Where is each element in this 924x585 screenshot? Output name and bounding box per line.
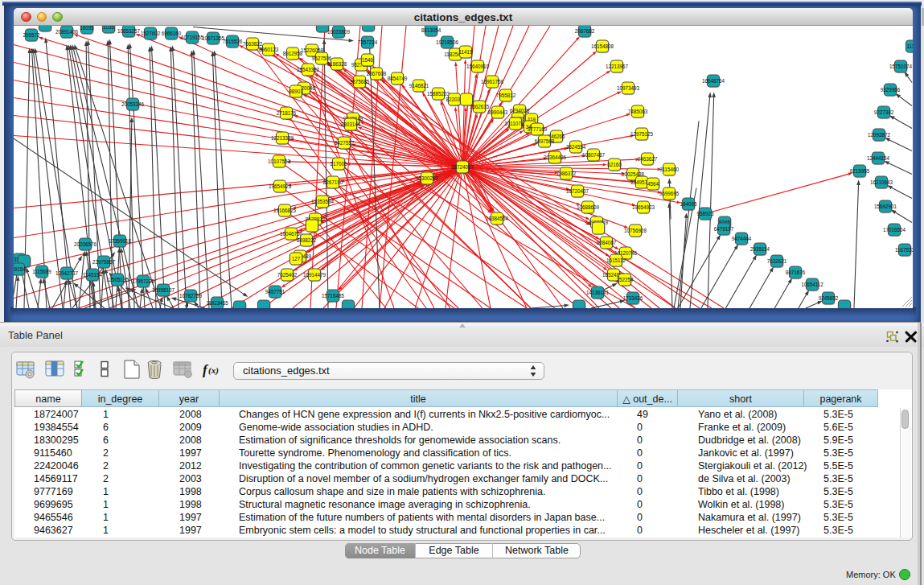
svg-text:8990443: 8990443 <box>488 109 508 114</box>
svg-text:15720407: 15720407 <box>566 187 589 193</box>
svg-text:10107553: 10107553 <box>268 158 291 163</box>
svg-text:16782759: 16782759 <box>179 292 203 298</box>
svg-text:7986372: 7986372 <box>556 170 577 175</box>
svg-text:10688609: 10688609 <box>577 204 600 209</box>
svg-text:12975125: 12975125 <box>630 130 654 136</box>
svg-text:16035: 16035 <box>80 26 94 31</box>
svg-text:7515526: 7515526 <box>223 38 243 43</box>
svg-text:98901: 98901 <box>289 88 303 93</box>
svg-text:16543382: 16543382 <box>297 66 320 72</box>
svg-text:16648764: 16648764 <box>702 77 725 83</box>
svg-text:217006: 217006 <box>330 160 347 166</box>
svg-text:2803144: 2803144 <box>341 121 361 126</box>
svg-text:12213389: 12213389 <box>271 134 294 140</box>
svg-text:20206576: 20206576 <box>74 241 97 246</box>
svg-text:20053346: 20053346 <box>121 101 145 106</box>
svg-text:1546: 1546 <box>362 56 374 62</box>
svg-text:10046756: 10046756 <box>280 230 303 236</box>
svg-text:12444154: 12444154 <box>867 154 890 160</box>
svg-text:19654923: 19654923 <box>269 183 292 188</box>
svg-text:14136141: 14136141 <box>586 289 610 295</box>
svg-text:1167533: 1167533 <box>895 246 913 252</box>
svg-text:6966160: 6966160 <box>162 30 182 35</box>
svg-text:8960123: 8960123 <box>259 46 279 51</box>
svg-text:9457791: 9457791 <box>265 288 285 294</box>
svg-text:15885203: 15885203 <box>427 90 450 96</box>
svg-text:1115689: 1115689 <box>32 268 51 274</box>
svg-text:12505135: 12505135 <box>106 276 129 282</box>
svg-text:19218506: 19218506 <box>436 39 459 44</box>
svg-text:12093872: 12093872 <box>868 131 891 137</box>
svg-text:7663822: 7663822 <box>243 40 263 46</box>
svg-text:8471676: 8471676 <box>786 269 806 274</box>
svg-text:10756928: 10756928 <box>624 227 647 233</box>
svg-text:18724007: 18724007 <box>451 163 474 169</box>
svg-text:10654112: 10654112 <box>801 281 823 286</box>
svg-text:12942737: 12942737 <box>55 270 79 275</box>
svg-text:9527506: 9527506 <box>312 55 332 60</box>
svg-text:7632621: 7632621 <box>767 257 787 263</box>
svg-text:17016504: 17016504 <box>883 226 906 232</box>
svg-text:17957225: 17957225 <box>132 278 155 283</box>
svg-text:10653257: 10653257 <box>117 27 141 33</box>
svg-text:15640910: 15640910 <box>466 63 490 68</box>
svg-text:15751074: 15751074 <box>889 63 913 68</box>
svg-text:2087682: 2087682 <box>575 27 595 33</box>
svg-text:23975867: 23975867 <box>92 258 116 264</box>
svg-text:(x): (x) <box>208 365 219 376</box>
svg-text:19166825: 19166825 <box>273 207 297 212</box>
svg-text:8215955: 8215955 <box>850 167 870 173</box>
svg-text:9463627: 9463627 <box>638 155 658 161</box>
svg-text:19384554: 19384554 <box>486 215 509 220</box>
svg-text:2935114: 2935114 <box>750 245 770 251</box>
svg-text:15716485: 15716485 <box>322 292 345 298</box>
svg-text:7955812: 7955812 <box>496 92 516 97</box>
svg-text:9474444: 9474444 <box>732 235 752 241</box>
svg-text:6479197: 6479197 <box>714 225 734 231</box>
svg-text:15300293: 15300293 <box>416 175 439 180</box>
svg-text:11923465: 11923465 <box>206 299 228 305</box>
svg-text:9146821: 9146821 <box>409 82 429 88</box>
svg-text:10958107: 10958107 <box>152 286 175 292</box>
svg-text:16154808: 16154808 <box>591 43 614 48</box>
svg-text:16914479: 16914479 <box>303 271 326 277</box>
svg-text:9227342: 9227342 <box>874 109 894 114</box>
svg-text:1145194: 1145194 <box>83 271 103 277</box>
svg-text:958923: 958923 <box>696 210 714 216</box>
svg-text:17359918: 17359918 <box>109 237 132 243</box>
svg-text:1035: 1035 <box>103 26 115 30</box>
svg-text:127: 127 <box>292 255 301 261</box>
svg-text:12213967: 12213967 <box>606 63 629 68</box>
svg-text:164095: 164095 <box>680 200 697 206</box>
svg-text:8186328: 8186328 <box>327 60 347 66</box>
svg-text:62160: 62160 <box>607 161 622 167</box>
svg-text:16033809: 16033809 <box>327 28 351 34</box>
svg-text:15692901: 15692901 <box>874 203 897 208</box>
svg-text:7485063: 7485063 <box>628 108 648 113</box>
svg-text:10671355: 10671355 <box>202 35 225 40</box>
svg-text:10807487: 10807487 <box>582 151 606 157</box>
svg-text:9329966: 9329966 <box>881 86 901 92</box>
svg-text:20891406: 20891406 <box>55 28 79 34</box>
svg-text:8813054: 8813054 <box>421 27 441 32</box>
svg-text:7357224: 7357224 <box>358 39 378 44</box>
svg-text:9115460: 9115460 <box>659 166 680 171</box>
svg-text:3824554: 3824554 <box>566 143 586 149</box>
svg-text:11419: 11419 <box>458 48 473 54</box>
svg-text:19654923: 19654923 <box>632 204 655 209</box>
svg-text:16210643: 16210643 <box>870 179 893 184</box>
svg-text:252254: 252254 <box>616 276 634 282</box>
svg-text:3875685: 3875685 <box>350 78 370 84</box>
svg-text:20364436: 20364436 <box>544 154 567 159</box>
svg-text:8498222: 8498222 <box>297 237 317 242</box>
svg-text:6497568: 6497568 <box>535 138 555 143</box>
svg-text:2867608: 2867608 <box>367 70 387 76</box>
svg-text:8267190: 8267190 <box>323 179 343 184</box>
svg-text:1615112: 1615112 <box>606 257 626 262</box>
svg-text:8427552: 8427552 <box>335 139 355 145</box>
svg-text:9245652: 9245652 <box>819 295 839 300</box>
svg-text:205572: 205572 <box>23 31 40 37</box>
svg-text:16961758: 16961758 <box>481 78 504 84</box>
svg-text:9699695: 9699695 <box>659 190 680 196</box>
svg-text:7625402: 7625402 <box>277 271 298 277</box>
